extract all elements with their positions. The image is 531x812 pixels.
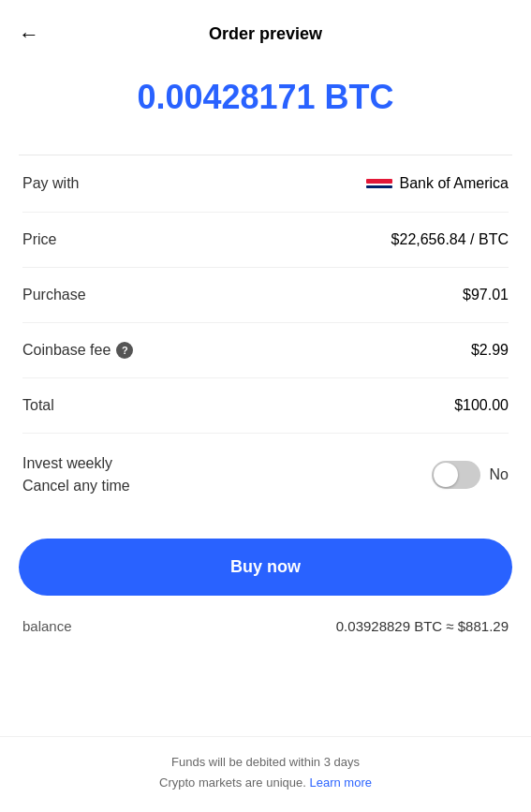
total-row: Total $100.00 <box>22 378 509 434</box>
footer-line1: Funds will be debited within 3 days <box>171 755 360 769</box>
total-label: Total <box>22 397 54 414</box>
balance-label: balance <box>22 618 72 634</box>
purchase-value: $97.01 <box>463 287 509 303</box>
price-value: $22,656.84 / BTC <box>391 231 509 248</box>
bank-logo-blue-stripe <box>366 185 392 188</box>
price-row: Price $22,656.84 / BTC <box>22 213 509 268</box>
back-arrow-icon: ← <box>19 22 39 47</box>
footer: Funds will be debited within 3 days Cryp… <box>0 736 531 812</box>
fee-label-text: Coinbase fee <box>22 342 111 359</box>
buy-now-button[interactable]: Buy now <box>19 539 512 596</box>
header: ← Order preview <box>0 9 531 59</box>
invest-label-line2: Cancel any time <box>22 475 130 497</box>
balance-value: 0.03928829 BTC ≈ $881.29 <box>336 618 509 634</box>
btc-amount-section: 0.00428171 BTC <box>0 59 531 155</box>
bank-info: Bank of America <box>366 174 509 193</box>
footer-text: Funds will be debited within 3 days Cryp… <box>19 752 512 793</box>
price-label: Price <box>22 231 56 248</box>
details-section: Pay with Bank of America Price $22,656.8… <box>0 155 531 516</box>
purchase-row: Purchase $97.01 <box>22 268 509 323</box>
invest-label: Invest weekly Cancel any time <box>22 452 130 497</box>
invest-weekly-row: Invest weekly Cancel any time No <box>22 434 509 516</box>
toggle-track <box>432 461 480 489</box>
purchase-label: Purchase <box>22 287 86 303</box>
footer-line2-static: Crypto markets are unique. <box>159 775 306 790</box>
pay-with-row: Pay with Bank of America <box>22 155 509 213</box>
invest-weekly-toggle[interactable] <box>432 461 480 489</box>
pay-with-label: Pay with <box>22 175 79 192</box>
btc-amount-value: 0.00428171 BTC <box>137 78 393 116</box>
bank-of-america-logo <box>366 174 392 193</box>
help-icon[interactable]: ? <box>116 342 133 359</box>
fee-value: $2.99 <box>471 342 509 359</box>
fee-label: Coinbase fee ? <box>22 342 133 359</box>
page-title: Order preview <box>209 24 322 44</box>
toggle-state-label: No <box>490 466 509 483</box>
invest-right: No <box>432 461 509 489</box>
toggle-thumb <box>434 463 458 487</box>
learn-more-link[interactable]: Learn more <box>309 775 371 790</box>
bank-logo-red-stripe <box>366 179 392 184</box>
bank-name: Bank of America <box>400 175 509 192</box>
back-button[interactable]: ← <box>19 22 39 47</box>
total-value: $100.00 <box>454 397 509 414</box>
balance-row: balance 0.03928829 BTC ≈ $881.29 <box>0 618 531 653</box>
invest-label-line1: Invest weekly <box>22 452 130 475</box>
fee-row: Coinbase fee ? $2.99 <box>22 323 509 378</box>
